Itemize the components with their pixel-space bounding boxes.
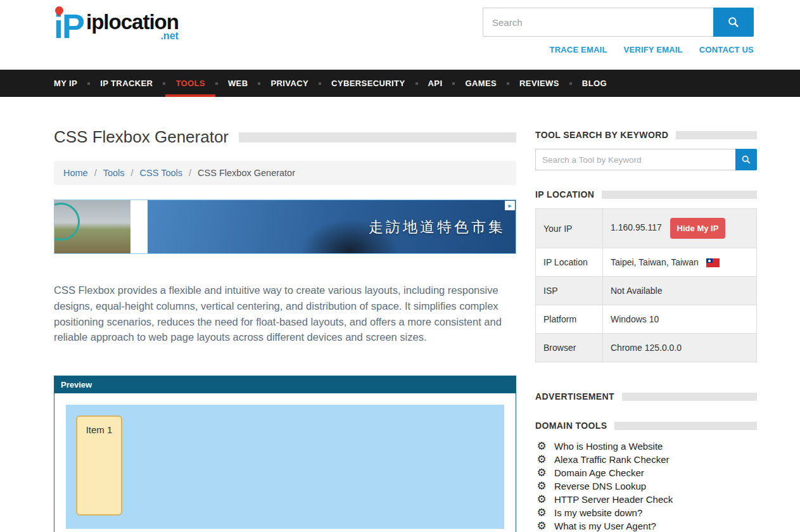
site-logo[interactable]: iP iplocation .net <box>54 9 179 43</box>
contact-us-link[interactable]: CONTACT US <box>699 45 754 54</box>
breadcrumb-home[interactable]: Home <box>63 168 88 178</box>
tool-search-heading: TOOL SEARCH BY KEYWORD <box>535 130 668 140</box>
ip-location-value: Taipei, Taiwan, Taiwan <box>611 257 699 267</box>
header-right: TRACE EMAIL VERIFY EMAIL CONTACT US <box>483 8 754 54</box>
header-search-button[interactable] <box>713 8 754 37</box>
table-row-ip-location: IP Location Taipei, Taiwan, Taiwan <box>536 248 757 277</box>
page-title: CSS Flexbox Generator <box>54 127 229 147</box>
table-row-platform: Platform Windows 10 <box>536 305 757 334</box>
row-value-cell: 1.160.95.117 Hide My IP <box>603 209 757 248</box>
nav-item-cybersecurity[interactable]: CYBERSECURITY <box>321 70 415 97</box>
row-label: Platform <box>536 305 603 334</box>
gear-icon: ⚙ <box>535 521 548 531</box>
row-label: IP Location <box>536 248 603 277</box>
logo-text: iplocation .net <box>86 11 179 41</box>
search-icon <box>727 16 740 28</box>
breadcrumb-tools[interactable]: Tools <box>103 168 125 178</box>
domain-tool-link-website-down[interactable]: Is my website down? <box>554 507 642 518</box>
table-row-isp: ISP Not Available <box>536 277 757 305</box>
sidebar: TOOL SEARCH BY KEYWORD IP LOCATION Your … <box>535 97 757 532</box>
hide-my-ip-button[interactable]: Hide My IP <box>670 218 726 239</box>
list-item: ⚙ Is my website down? <box>535 506 757 519</box>
page-content: CSS Flexbox Generator Home / Tools / CSS… <box>0 97 800 532</box>
domain-tool-link-reverse-dns[interactable]: Reverse DNS Lookup <box>554 481 646 491</box>
site-header: iP iplocation .net TRACE EMAIL VERIFY EM… <box>0 0 800 70</box>
ad-caption: 走訪地道特色市集 <box>369 217 505 237</box>
ip-location-heading: IP LOCATION <box>535 189 594 200</box>
gear-icon: ⚙ <box>535 507 548 518</box>
table-row-your-ip: Your IP 1.160.95.117 Hide My IP <box>536 209 757 248</box>
heading-decorative-bar <box>676 131 757 139</box>
nav-item-ip-tracker[interactable]: IP TRACKER <box>90 70 163 97</box>
nav-item-reviews[interactable]: REVIEWS <box>509 70 569 97</box>
preview-panel: Preview Item 1 <box>54 376 516 532</box>
breadcrumb-separator: / <box>131 168 134 178</box>
breadcrumb-css-tools[interactable]: CSS Tools <box>140 168 182 178</box>
flex-preview-item: Item 1 <box>76 415 122 516</box>
ip-location-table: Your IP 1.160.95.117 Hide My IP IP Locat… <box>535 208 757 362</box>
trace-email-link[interactable]: TRACE EMAIL <box>550 45 607 54</box>
ad-right-image: 走訪地道特色市集 <box>148 200 516 253</box>
domain-tools-heading-row: DOMAIN TOOLS <box>535 421 757 431</box>
nav-item-games[interactable]: GAMES <box>455 70 507 97</box>
breadcrumb-separator: / <box>189 168 191 178</box>
domain-tool-link-alexa-rank[interactable]: Alexa Traffic Rank Checker <box>554 454 669 465</box>
isp-value: Not Available <box>603 277 757 305</box>
breadcrumb-separator: / <box>94 168 97 178</box>
tool-search-input[interactable] <box>535 149 735 170</box>
logo-ip-monogram: iP <box>54 9 85 43</box>
table-row-browser: Browser Chrome 125.0.0.0 <box>536 334 757 362</box>
taiwan-flag-icon <box>706 258 720 267</box>
gear-icon: ⚙ <box>535 454 548 465</box>
ad-banner[interactable]: 走訪地道特色市集 ▸ <box>54 200 516 254</box>
list-item: ⚙ Alexa Traffic Rank Checker <box>535 453 757 466</box>
row-label: Your IP <box>536 209 603 248</box>
main-nav: MY IP IP TRACKER TOOLS WEB PRIVACY CYBER… <box>0 70 800 97</box>
flex-preview-container: Item 1 <box>66 405 504 529</box>
heading-decorative-bar <box>622 393 757 401</box>
list-item: ⚙ Reverse DNS Lookup <box>535 479 757 493</box>
header-links: TRACE EMAIL VERIFY EMAIL CONTACT US <box>483 45 754 54</box>
advertisement-heading-row: ADVERTISEMENT <box>535 391 757 402</box>
nav-item-my-ip[interactable]: MY IP <box>54 70 87 97</box>
list-item: ⚙ Domain Age Checker <box>535 466 757 479</box>
search-icon <box>741 155 751 165</box>
row-value-cell: Taipei, Taiwan, Taiwan <box>603 248 757 277</box>
tool-description: CSS Flexbox provides a flexible and intu… <box>54 282 516 345</box>
browser-value: Chrome 125.0.0.0 <box>603 334 757 362</box>
ad-left-image <box>54 200 130 253</box>
gear-icon: ⚙ <box>535 441 548 452</box>
preview-header-label: Preview <box>54 376 516 393</box>
domain-tool-link-http-header[interactable]: HTTP Server Header Check <box>554 494 673 505</box>
heading-decorative-bar <box>602 191 757 199</box>
nav-item-privacy[interactable]: PRIVACY <box>260 70 319 97</box>
domain-tool-link-user-agent[interactable]: What is my User Agent? <box>554 521 656 531</box>
nav-item-web[interactable]: WEB <box>218 70 258 97</box>
ad-choices-icon[interactable]: ▸ <box>505 201 515 210</box>
list-item: ⚙ What is my User Agent? <box>535 519 757 532</box>
tool-search <box>535 149 757 170</box>
gear-icon: ⚙ <box>535 494 548 505</box>
row-label: Browser <box>536 334 603 362</box>
nav-item-blog[interactable]: BLOG <box>572 70 617 97</box>
logo-name: iplocation <box>86 11 179 32</box>
header-search <box>483 8 754 37</box>
tool-search-button[interactable] <box>735 149 757 170</box>
row-label: ISP <box>536 277 603 305</box>
platform-value: Windows 10 <box>603 305 757 334</box>
domain-tools-list: ⚙ Who is Hosting a Website ⚙ Alexa Traff… <box>535 440 757 532</box>
list-item: ⚙ HTTP Server Header Check <box>535 493 757 506</box>
breadcrumb: Home / Tools / CSS Tools / CSS Flexbox G… <box>54 161 516 185</box>
domain-tool-link-domain-age[interactable]: Domain Age Checker <box>554 467 644 478</box>
domain-tools-heading: DOMAIN TOOLS <box>535 421 607 431</box>
breadcrumb-current: CSS Flexbox Generator <box>198 168 295 178</box>
heading-decorative-bar <box>614 422 757 430</box>
tool-search-heading-row: TOOL SEARCH BY KEYWORD <box>535 130 757 140</box>
title-row: CSS Flexbox Generator <box>54 127 516 147</box>
list-item: ⚙ Who is Hosting a Website <box>535 440 757 453</box>
verify-email-link[interactable]: VERIFY EMAIL <box>624 45 683 54</box>
header-search-input[interactable] <box>483 8 713 37</box>
nav-item-tools[interactable]: TOOLS <box>165 70 215 97</box>
domain-tool-link-hosting[interactable]: Who is Hosting a Website <box>554 441 663 452</box>
nav-item-api[interactable]: API <box>418 70 453 97</box>
